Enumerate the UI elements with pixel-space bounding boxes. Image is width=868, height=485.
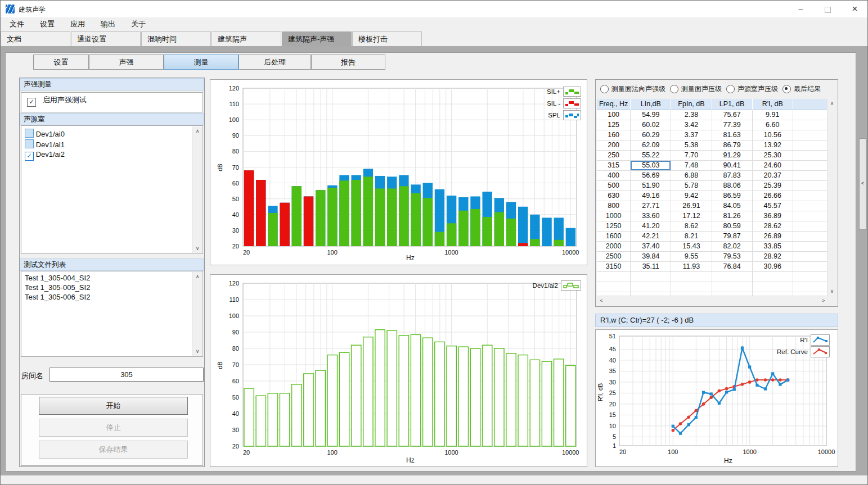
radio-source-room-spl[interactable] — [726, 85, 735, 93]
table-cell[interactable]: 90.41 — [712, 161, 753, 171]
table-cell[interactable] — [631, 272, 671, 282]
table-cell[interactable]: 100 — [597, 110, 631, 120]
table-cell[interactable]: 6.60 — [753, 120, 793, 130]
table-cell[interactable]: 37.40 — [631, 242, 671, 252]
table-cell[interactable]: 60.29 — [631, 130, 671, 140]
table-cell[interactable] — [793, 110, 828, 120]
stop-button[interactable]: 停止 — [39, 419, 188, 437]
table-cell[interactable] — [671, 282, 712, 292]
collapse-panel-button[interactable]: < — [859, 138, 866, 230]
table-cell[interactable] — [793, 171, 828, 181]
table-cell[interactable]: 62.09 — [631, 140, 671, 151]
radio-surface-spl[interactable] — [670, 85, 678, 93]
table-cell[interactable] — [793, 151, 828, 161]
scroll-up-icon[interactable]: ∧ — [827, 99, 836, 108]
subtab-measure[interactable]: 测量 — [164, 55, 239, 70]
table-cell[interactable]: 9.42 — [671, 191, 712, 201]
menu-settings[interactable]: 设置 — [33, 17, 61, 31]
table-cell[interactable]: 55.22 — [631, 151, 671, 161]
subtab-postprocess[interactable]: 后处理 — [239, 55, 311, 70]
table-cell[interactable]: 15.43 — [671, 242, 712, 252]
table-cell[interactable]: 2.38 — [671, 110, 712, 120]
channel-checkbox[interactable]: ✓ — [25, 152, 34, 161]
table-cell[interactable]: 49.16 — [631, 191, 671, 201]
table-cell[interactable]: 8.62 — [671, 221, 712, 232]
save-result-button[interactable]: 保存结果 — [39, 441, 188, 459]
table-cell[interactable]: 41.20 — [631, 221, 671, 232]
table-cell[interactable]: 33.85 — [753, 242, 793, 252]
table-cell[interactable]: 60.02 — [631, 120, 671, 130]
table-cell[interactable] — [597, 282, 631, 292]
table-cell[interactable]: 76.84 — [712, 262, 753, 272]
table-cell[interactable]: 82.02 — [712, 242, 753, 252]
table-cell[interactable]: 250 — [597, 151, 631, 161]
table-cell[interactable] — [793, 201, 828, 211]
menu-about[interactable]: 关于 — [124, 17, 152, 31]
table-cell[interactable] — [671, 272, 712, 282]
table-cell[interactable]: 39.84 — [631, 252, 671, 262]
table-cell[interactable]: 81.63 — [712, 130, 753, 140]
table-cell[interactable]: 630 — [597, 191, 631, 201]
table-cell[interactable]: 3.42 — [671, 120, 712, 130]
table-cell[interactable]: 55.03 — [631, 161, 671, 171]
table-cell[interactable] — [793, 161, 828, 171]
table-cell[interactable]: 81.26 — [712, 211, 753, 221]
table-cell[interactable]: 84.05 — [712, 201, 753, 211]
table-cell[interactable]: 3150 — [597, 262, 631, 272]
start-button[interactable]: 开始 — [39, 397, 188, 415]
table-cell[interactable]: 36.89 — [753, 211, 793, 221]
table-cell[interactable]: 160 — [597, 130, 631, 140]
room-name-input[interactable]: 305 — [50, 368, 204, 382]
menu-application[interactable]: 应用 — [64, 17, 92, 31]
table-cell[interactable]: 5.78 — [671, 181, 712, 191]
table-cell[interactable] — [631, 282, 671, 292]
table-cell[interactable] — [793, 120, 828, 130]
table-cell[interactable]: 9.91 — [753, 110, 793, 120]
table-cell[interactable] — [793, 211, 828, 221]
channel-item[interactable]: ✓ Dev1/ai2 — [21, 149, 203, 161]
subtab-report[interactable]: 报告 — [311, 55, 385, 70]
table-cell[interactable]: 125 — [597, 120, 631, 130]
close-button[interactable]: × — [842, 1, 867, 17]
table-cell[interactable]: 80.59 — [712, 221, 753, 232]
table-cell[interactable]: 27.71 — [631, 201, 671, 211]
channel-item[interactable]: Dev1/ai0 — [21, 128, 203, 139]
column-header[interactable]: LP1, dB — [712, 99, 753, 110]
table-cell[interactable]: 25.30 — [753, 151, 793, 161]
table-cell[interactable] — [793, 242, 828, 252]
table-cell[interactable] — [793, 191, 828, 201]
minimize-button[interactable]: – — [788, 1, 813, 17]
table-cell[interactable]: 26.91 — [671, 201, 712, 211]
tab-floor-impact[interactable]: 楼板打击 — [352, 31, 422, 47]
table-cell[interactable]: 5.38 — [671, 140, 712, 151]
list-item[interactable]: Test 1_305-005_SI2 — [21, 283, 203, 292]
table-cell[interactable]: 200 — [597, 140, 631, 151]
table-hscrollbar[interactable]: < > — [597, 296, 828, 305]
table-cell[interactable]: 24.60 — [753, 161, 793, 171]
table-cell[interactable]: 75.67 — [712, 110, 753, 120]
table-cell[interactable]: 315 — [597, 161, 631, 171]
table-cell[interactable] — [793, 140, 828, 151]
table-cell[interactable]: 91.29 — [712, 151, 753, 161]
table-vscrollbar[interactable]: ∧ ∨ — [827, 99, 836, 296]
maximize-button[interactable] — [815, 1, 840, 17]
table-cell[interactable]: 7.70 — [671, 151, 712, 161]
table-cell[interactable]: 25.39 — [753, 181, 793, 191]
channel-item[interactable]: Dev1/ai1 — [21, 139, 203, 149]
table-cell[interactable]: 28.92 — [753, 252, 793, 262]
table-cell[interactable]: 1000 — [597, 211, 631, 221]
table-cell[interactable]: 800 — [597, 201, 631, 211]
table-cell[interactable]: 20.37 — [753, 171, 793, 181]
scroll-up-icon[interactable]: ∧ — [193, 126, 202, 135]
table-cell[interactable] — [712, 282, 753, 292]
tab-document[interactable]: 文档 — [1, 31, 70, 47]
table-cell[interactable]: 79.87 — [712, 232, 753, 242]
channel-checkbox[interactable] — [25, 139, 34, 148]
table-cell[interactable]: 88.06 — [712, 181, 753, 191]
column-header[interactable]: LIn,dB — [631, 99, 671, 110]
table-cell[interactable]: 26.66 — [753, 191, 793, 201]
subtab-intensity[interactable]: 声强 — [89, 55, 164, 70]
table-cell[interactable] — [793, 181, 828, 191]
menu-output[interactable]: 输出 — [94, 17, 122, 31]
scroll-left-icon[interactable]: < — [597, 296, 606, 305]
